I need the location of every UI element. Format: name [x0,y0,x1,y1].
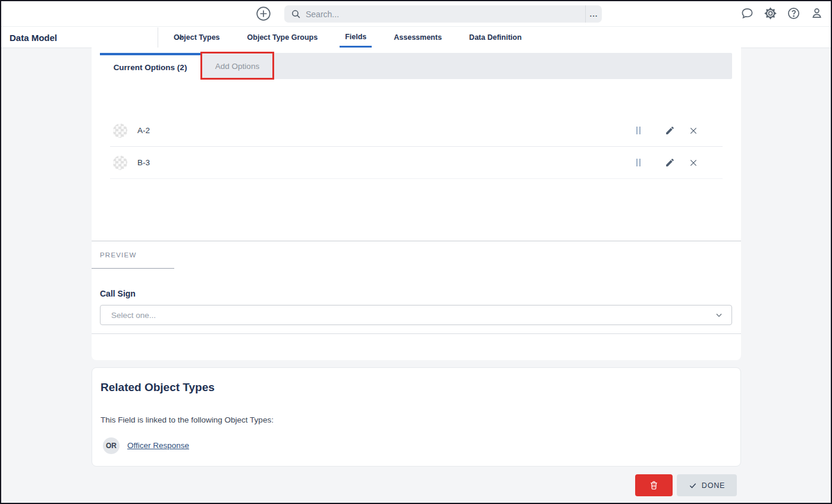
field-options-panel: Current Options (2) Add Options A-2 B-3 [92,48,741,360]
search-field[interactable] [284,5,585,23]
search-input[interactable] [306,10,561,19]
option-label: A-2 [137,126,150,135]
search-icon [291,9,301,19]
card-description: This Field is linked to the following Ob… [101,415,274,424]
add-new-icon[interactable] [256,6,271,21]
preview-section-label: PREVIEW [100,251,136,259]
tab-data-definition[interactable]: Data Definition [464,27,527,48]
chat-icon[interactable] [740,6,754,20]
tab-fields[interactable]: Fields [340,27,372,48]
color-swatch-transparent [113,124,127,138]
top-bar: ... [1,1,831,26]
pencil-icon[interactable] [664,158,675,168]
option-label: B-3 [137,158,150,167]
help-icon[interactable] [786,6,800,20]
preview-select[interactable]: Select one... [100,305,732,325]
tab-current-options[interactable]: Current Options (2) [100,53,200,79]
object-type-monogram: OR [103,437,120,454]
trash-icon [649,480,659,490]
nav-tabs: Object Types Object Type Groups Fields A… [168,27,527,48]
options-tabstrip: Current Options (2) Add Options [100,53,732,79]
x-icon[interactable] [688,125,699,136]
field-name-label: Call Sign [100,289,136,298]
option-row: A-2 [110,115,723,147]
nav-divider [158,27,158,48]
delete-button[interactable] [635,474,673,496]
done-label: DONE [702,481,725,490]
drag-handle-icon[interactable] [635,156,642,169]
color-swatch-transparent [113,156,127,170]
options-list: A-2 B-3 [110,115,723,179]
object-type-link[interactable]: Officer Response [127,441,189,450]
module-nav-bar: Data Model Object Types Object Type Grou… [1,26,831,48]
tab-assessments[interactable]: Assessments [388,27,447,48]
search-more-button[interactable]: ... [585,5,602,23]
tab-object-type-groups[interactable]: Object Type Groups [242,27,324,48]
gear-icon[interactable] [763,6,777,20]
pencil-icon[interactable] [664,125,675,136]
option-row: B-3 [110,147,723,179]
tab-object-types[interactable]: Object Types [168,27,225,48]
module-label: Data Model [10,33,57,43]
user-icon[interactable] [809,6,824,20]
check-icon [689,481,697,490]
related-object-types-card: Related Object Types This Field is linke… [92,367,741,467]
done-button[interactable]: DONE [677,474,737,496]
x-icon[interactable] [688,158,699,168]
drag-handle-icon[interactable] [635,124,642,137]
card-title: Related Object Types [101,381,215,394]
preview-underline [92,268,174,269]
chevron-down-icon [715,311,723,319]
search-bar: ... [284,5,602,23]
tab-add-options[interactable]: Add Options [200,53,274,79]
section-divider [92,333,741,334]
select-placeholder: Select one... [111,311,715,320]
section-divider [92,241,741,241]
